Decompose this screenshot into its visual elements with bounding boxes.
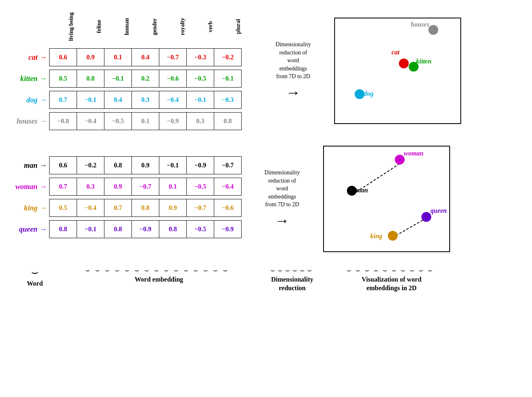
cell: −0.5 bbox=[186, 70, 214, 88]
cell: −0.1 bbox=[159, 156, 187, 174]
word-label: man → bbox=[4, 161, 49, 170]
word-label: kitten → bbox=[4, 74, 49, 83]
brace-label-word: Word bbox=[27, 280, 43, 288]
cell: −0.1 bbox=[104, 70, 132, 88]
cell: 0.8 bbox=[104, 156, 132, 174]
cell: 0.7 bbox=[49, 178, 77, 196]
main-container: living beingfelinehumangenderroyaltyverb… bbox=[0, 0, 532, 297]
word-row: houses →−0.8−0.4−0.50.1−0.90.30.8 bbox=[4, 112, 252, 130]
col-header: plural bbox=[224, 8, 252, 45]
cells: 0.8−0.10.8−0.90.8−0.5−0.9 bbox=[49, 220, 241, 238]
cell: 0.1 bbox=[104, 48, 132, 66]
cell: −0.7 bbox=[131, 178, 159, 196]
cell: 0.3 bbox=[131, 91, 159, 109]
col-header: feline bbox=[85, 8, 113, 45]
svg-point-2 bbox=[399, 59, 409, 68]
brace-group-reduction: ⌣⌣⌣⌣⌣⌣Dimensionalityreduction bbox=[256, 266, 328, 293]
col-header: human bbox=[113, 8, 141, 45]
cell: 0.8 bbox=[159, 220, 187, 238]
word-row: kitten →0.50.8−0.10.2−0.6−0.5−0.1 bbox=[4, 70, 252, 88]
cell: 0.3 bbox=[77, 178, 104, 196]
cell: 0.5 bbox=[49, 70, 77, 88]
col-headers: living beingfelinehumangenderroyaltyverb… bbox=[57, 8, 252, 45]
cell: −0.7 bbox=[159, 48, 187, 66]
scatter-plot-2: womanmanqueenking bbox=[323, 146, 450, 252]
word-label: woman → bbox=[4, 183, 49, 191]
cell: 0.9 bbox=[131, 156, 159, 174]
svg-text:queen: queen bbox=[430, 207, 447, 214]
cell: 0.8 bbox=[77, 70, 104, 88]
svg-text:dog: dog bbox=[364, 90, 374, 97]
cell: 0.7 bbox=[49, 91, 77, 109]
top-arrow-right: → bbox=[286, 84, 301, 101]
cell: −0.9 bbox=[214, 220, 242, 238]
svg-text:kitten: kitten bbox=[416, 58, 431, 65]
cell: 0.7 bbox=[104, 199, 132, 217]
cell: 0.2 bbox=[131, 70, 159, 88]
cells: 0.7−0.10.40.3−0.4−0.1−0.3 bbox=[49, 91, 241, 109]
cell: −0.3 bbox=[186, 48, 214, 66]
cell: −0.1 bbox=[214, 70, 242, 88]
cell: −0.5 bbox=[186, 220, 214, 238]
word-label: dog → bbox=[4, 96, 49, 104]
brace-embedding: ⌣⌣⌣⌣⌣⌣⌣⌣⌣⌣⌣⌣⌣⌣⌣ bbox=[85, 266, 233, 274]
word-label: king → bbox=[4, 204, 49, 212]
cell: 0.8 bbox=[49, 220, 77, 238]
cell: −0.5 bbox=[186, 178, 214, 196]
scatter-plot-1: housescatkittendog bbox=[334, 18, 461, 124]
svg-point-6 bbox=[355, 89, 364, 99]
top-table-area: living beingfelinehumangenderroyaltyverb… bbox=[4, 8, 252, 133]
cell: 0.1 bbox=[159, 178, 187, 196]
cell: −0.2 bbox=[77, 156, 104, 174]
cell: 0.6 bbox=[49, 48, 77, 66]
bottom-rows: man →0.6−0.20.80.9−0.1−0.9−0.7woman →0.7… bbox=[4, 156, 241, 241]
cell: 0.4 bbox=[131, 48, 159, 66]
cell: −0.6 bbox=[214, 199, 242, 217]
cell: −0.3 bbox=[214, 91, 242, 109]
top-rows: cat →0.60.90.10.4−0.7−0.3−0.2kitten →0.5… bbox=[4, 48, 252, 133]
bottom-dim-text: Dimensionality reduction of word embeddi… bbox=[265, 169, 300, 209]
cells: 0.6−0.20.80.9−0.1−0.9−0.7 bbox=[49, 156, 241, 174]
svg-line-9 bbox=[393, 218, 426, 237]
svg-text:king: king bbox=[370, 232, 382, 240]
cell: 0.4 bbox=[104, 91, 132, 109]
col-header: living being bbox=[57, 8, 85, 45]
bottom-dim-reduction: Dimensionality reduction of word embeddi… bbox=[256, 169, 309, 229]
cell: 0.9 bbox=[159, 199, 187, 217]
cells: 0.60.90.10.4−0.7−0.3−0.2 bbox=[49, 48, 241, 66]
cell: −0.2 bbox=[214, 48, 242, 66]
svg-text:man: man bbox=[356, 187, 368, 194]
cell: −0.8 bbox=[49, 112, 77, 130]
top-dim-reduction: Dimensionality reduction of word embeddi… bbox=[267, 41, 320, 101]
bottom-arrow-right: → bbox=[275, 212, 290, 229]
svg-text:houses: houses bbox=[411, 21, 429, 28]
word-row: man →0.6−0.20.80.9−0.1−0.9−0.7 bbox=[4, 156, 241, 174]
bottom-labels: ⌣Word⌣⌣⌣⌣⌣⌣⌣⌣⌣⌣⌣⌣⌣⌣⌣Word embedding⌣⌣⌣⌣⌣⌣… bbox=[4, 266, 528, 293]
svg-point-16 bbox=[388, 231, 398, 241]
word-row: woman →0.70.30.9−0.70.1−0.5−0.4 bbox=[4, 178, 241, 196]
brace-group-word: ⌣Word bbox=[8, 266, 61, 288]
cell: 0.1 bbox=[131, 112, 159, 130]
brace-label-visualization: Visualization of wordembeddings in 2D bbox=[362, 275, 421, 293]
cell: −0.9 bbox=[186, 156, 214, 174]
top-dim-text: Dimensionality reduction of word embeddi… bbox=[276, 41, 311, 81]
bottom-table-area: man →0.6−0.20.80.9−0.1−0.9−0.7woman →0.7… bbox=[4, 156, 241, 241]
cell: 0.6 bbox=[49, 156, 77, 174]
cell: −0.4 bbox=[77, 112, 104, 130]
brace-reduction: ⌣⌣⌣⌣⌣⌣ bbox=[270, 266, 315, 274]
cell: −0.1 bbox=[77, 91, 104, 109]
cell: −0.4 bbox=[214, 178, 242, 196]
word-label: houses → bbox=[4, 117, 49, 126]
brace-label-reduction: Dimensionalityreduction bbox=[271, 275, 313, 293]
col-header: royalty bbox=[169, 8, 197, 45]
cell: 0.3 bbox=[186, 112, 214, 130]
cell: 0.5 bbox=[49, 199, 77, 217]
cell: −0.7 bbox=[186, 199, 214, 217]
svg-point-10 bbox=[395, 155, 405, 165]
svg-text:cat: cat bbox=[392, 49, 400, 56]
cell: −0.9 bbox=[159, 112, 187, 130]
cell: −0.4 bbox=[159, 91, 187, 109]
cell: 0.8 bbox=[131, 199, 159, 217]
cells: −0.8−0.4−0.50.1−0.90.30.8 bbox=[49, 112, 241, 130]
word-row: king →0.5−0.40.70.80.9−0.7−0.6 bbox=[4, 199, 241, 217]
